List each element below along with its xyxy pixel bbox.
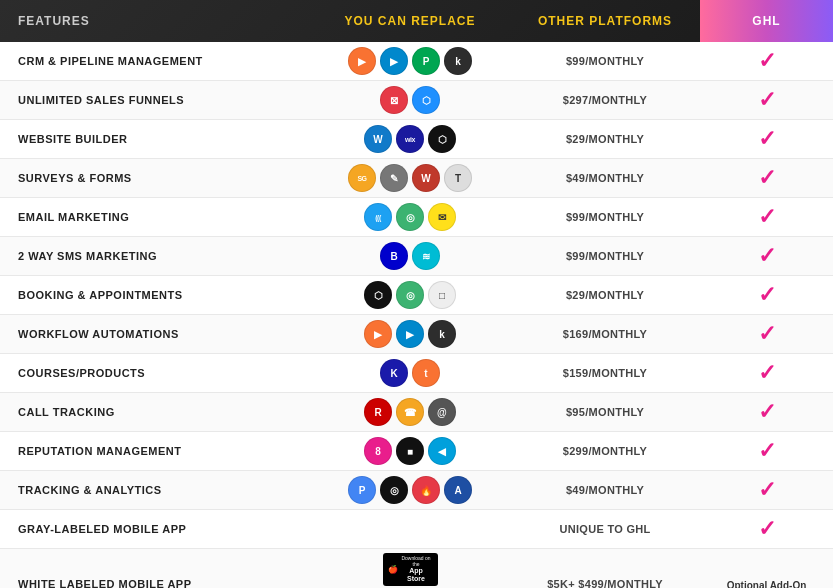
app-icon: 🔥 [412, 476, 440, 504]
platform-price: $95/MONTHLY [510, 400, 700, 424]
feature-name: WHITE LABELED MOBILE APP [0, 570, 310, 588]
app-store-badge[interactable]: 🍎Download on theApp Store [383, 553, 438, 586]
checkmark-icon: ✓ [758, 48, 776, 73]
app-icon: ▶ [380, 47, 408, 75]
replace-icons: ⊠⬡ [310, 82, 510, 118]
icons-row: P◎🔥A [318, 476, 502, 504]
app-icon: P [412, 47, 440, 75]
ghl-indicator: ✓ [700, 120, 833, 158]
feature-name: 2 WAY SMS MARKETING [0, 242, 310, 270]
table-row: EMAIL MARKETING(((◎✉$99/MONTHLY✓ [0, 198, 833, 237]
ghl-indicator: ✓ [700, 237, 833, 275]
app-icon: P [348, 476, 376, 504]
replace-icons: Wwix⬡ [310, 121, 510, 157]
app-icon: k [444, 47, 472, 75]
platform-price: $29/MONTHLY [510, 127, 700, 151]
table-row: CALL TRACKINGR☎@$95/MONTHLY✓ [0, 393, 833, 432]
icons-row: ▶▶k [318, 320, 502, 348]
app-icon: ((( [364, 203, 392, 231]
ghl-indicator: ✓ [700, 198, 833, 236]
ghl-indicator: ✓ [700, 42, 833, 80]
table-row: WEBSITE BUILDERWwix⬡$29/MONTHLY✓ [0, 120, 833, 159]
header-ghl: GHL [700, 0, 833, 42]
header-other: OTHER PLATFORMS [510, 0, 700, 42]
table-row: UNLIMITED SALES FUNNELS⊠⬡$297/MONTHLY✓ [0, 81, 833, 120]
app-icon: ⬡ [412, 86, 440, 114]
ghl-indicator: ✓ [700, 393, 833, 431]
icons-row: Wwix⬡ [318, 125, 502, 153]
app-icon: ■ [396, 437, 424, 465]
platform-price: $29/MONTHLY [510, 283, 700, 307]
app-icon: R [364, 398, 392, 426]
table-row: CRM & PIPELINE MANAGEMENT▶▶Pk$99/MONTHLY… [0, 42, 833, 81]
app-icon: ⬡ [428, 125, 456, 153]
feature-name: UNLIMITED SALES FUNNELS [0, 86, 310, 114]
icons-row: ▶▶Pk [318, 47, 502, 75]
app-icon: W [364, 125, 392, 153]
feature-name: REPUTATION MANAGEMENT [0, 437, 310, 465]
platform-price: $99/MONTHLY [510, 49, 700, 73]
feature-name: WORKFLOW AUTOMATIONS [0, 320, 310, 348]
replace-icons: SG✎WT [310, 160, 510, 196]
feature-name: EMAIL MARKETING [0, 203, 310, 231]
checkmark-icon: ✓ [758, 360, 776, 385]
checkmark-icon: ✓ [758, 282, 776, 307]
platform-price: $299/MONTHLY [510, 439, 700, 463]
icons-row: (((◎✉ [318, 203, 502, 231]
app-icon: ☎ [396, 398, 424, 426]
checkmark-icon: ✓ [758, 204, 776, 229]
checkmark-icon: ✓ [758, 126, 776, 151]
app-icon: ▶ [364, 320, 392, 348]
platform-price: UNIQUE TO GHL [510, 517, 700, 541]
table-row: SURVEYS & FORMSSG✎WT$49/MONTHLY✓ [0, 159, 833, 198]
replace-icons [310, 525, 510, 533]
table-header: FEATURES YOU CAN REPLACE OTHER PLATFORMS… [0, 0, 833, 42]
ghl-indicator: ✓ [700, 354, 833, 392]
feature-name: CALL TRACKING [0, 398, 310, 426]
ghl-indicator: ✓ [700, 276, 833, 314]
app-icon: A [444, 476, 472, 504]
checkmark-icon: ✓ [758, 399, 776, 424]
icons-row: ⬡◎□ [318, 281, 502, 309]
ghl-indicator: Optional Add-On [700, 569, 833, 588]
replace-icons: 🍎Download on theApp Store▶GET IT ONGoogl… [310, 549, 510, 588]
feature-name: TRACKING & ANALYTICS [0, 476, 310, 504]
replace-icons: ▶▶k [310, 316, 510, 352]
optional-label: Optional Add-On [727, 580, 807, 588]
app-icon: ◎ [396, 281, 424, 309]
app-icon: SG [348, 164, 376, 192]
app-icon: t [412, 359, 440, 387]
app-icon: ✎ [380, 164, 408, 192]
table-row: GRAY-LABELED MOBILE APPUNIQUE TO GHL✓ [0, 510, 833, 549]
app-icon: ◎ [380, 476, 408, 504]
app-icon: @ [428, 398, 456, 426]
app-icon: ✉ [428, 203, 456, 231]
table-row: WORKFLOW AUTOMATIONS▶▶k$169/MONTHLY✓ [0, 315, 833, 354]
table-row: COURSES/PRODUCTSKt$159/MONTHLY✓ [0, 354, 833, 393]
replace-icons: 8■◀ [310, 433, 510, 469]
feature-name: BOOKING & APPOINTMENTS [0, 281, 310, 309]
app-icon: ▶ [348, 47, 376, 75]
app-icon: ◀ [428, 437, 456, 465]
ghl-indicator: ✓ [700, 471, 833, 509]
table-row: BOOKING & APPOINTMENTS⬡◎□$29/MONTHLY✓ [0, 276, 833, 315]
checkmark-icon: ✓ [758, 438, 776, 463]
platform-price: $49/MONTHLY [510, 478, 700, 502]
app-icon: W [412, 164, 440, 192]
icons-row: B≋ [318, 242, 502, 270]
ghl-indicator: ✓ [700, 81, 833, 119]
table-row: REPUTATION MANAGEMENT8■◀$299/MONTHLY✓ [0, 432, 833, 471]
feature-name: SURVEYS & FORMS [0, 164, 310, 192]
table-row: WHITE LABELED MOBILE APP🍎Download on the… [0, 549, 833, 588]
app-icon: ⊠ [380, 86, 408, 114]
app-icon: wix [396, 125, 424, 153]
platform-price: $49/MONTHLY [510, 166, 700, 190]
platform-price: $99/MONTHLY [510, 205, 700, 229]
app-icon: k [428, 320, 456, 348]
icons-row: ⊠⬡ [318, 86, 502, 114]
icons-row: SG✎WT [318, 164, 502, 192]
replace-icons: P◎🔥A [310, 472, 510, 508]
icons-row: Kt [318, 359, 502, 387]
checkmark-icon: ✓ [758, 243, 776, 268]
replace-icons: Kt [310, 355, 510, 391]
